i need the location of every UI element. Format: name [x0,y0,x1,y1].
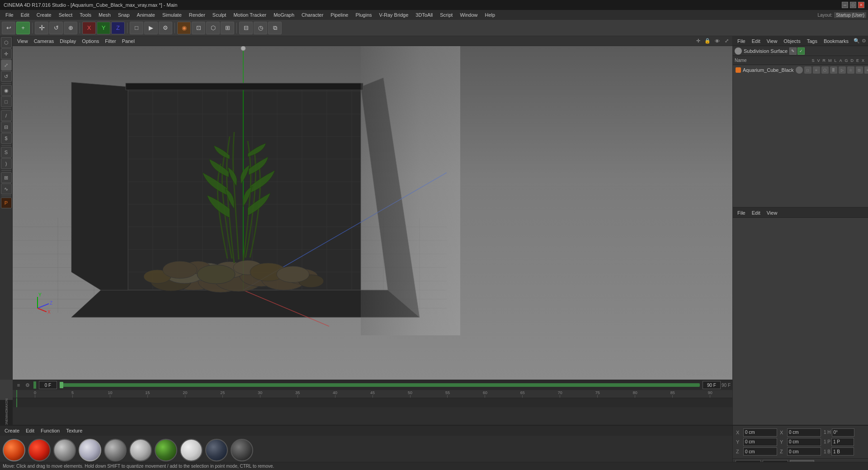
menu-mograph[interactable]: MoGraph [270,11,298,19]
menu-pipeline[interactable]: Pipeline [327,11,352,19]
material-sphere-4[interactable] [104,439,127,461]
menu-animate[interactable]: Animate [133,11,159,19]
material-sphere-6[interactable] [155,439,177,461]
material-sphere-5[interactable] [129,439,152,461]
menu-character[interactable]: Character [298,11,327,19]
object-mode[interactable]: ◉ [177,22,191,34]
end-frame-input[interactable] [703,381,721,389]
menu-sculpt[interactable]: Sculpt [209,11,230,19]
confirm-icon[interactable]: ✓ [797,47,805,55]
menu-motion-tracker[interactable]: Motion Tracker [230,11,270,19]
vp-menu-display[interactable]: Display [57,38,79,45]
menu-simulate[interactable]: Simulate [159,11,185,19]
om-menu-edit[interactable]: Edit [749,38,763,45]
material-sphere-8[interactable] [205,439,228,461]
close-button[interactable]: ✕ [858,2,864,8]
menu-create[interactable]: Create [33,11,55,19]
scale-tool[interactable]: ⊕ [64,22,77,34]
menu-tools[interactable]: Tools [76,11,95,19]
edit-icon[interactable]: ✎ [789,47,797,55]
vp-menu-panel[interactable]: Panel [119,38,137,45]
window-controls[interactable]: ─ □ ✕ [842,2,864,8]
mat-menu-edit[interactable]: Edit [23,427,37,434]
lt-sculpt[interactable]: ) [1,158,12,169]
menu-window[interactable]: Window [456,11,481,19]
obj-icon-2[interactable]: □ [804,66,811,74]
attr-menu-edit[interactable]: Edit [749,209,763,216]
menu-vray-bridge[interactable]: V-Ray Bridge [376,11,412,19]
b-input[interactable]: 1 B [831,447,854,456]
vp-menu-filter[interactable]: Filter [102,38,118,45]
z-pos-input[interactable]: 0 cm [743,447,777,456]
menu-mesh[interactable]: Mesh [95,11,114,19]
obj-icon-6[interactable]: ▷ [839,66,846,74]
y-axis[interactable]: Y [97,22,110,34]
menu-script[interactable]: Script [436,11,456,19]
om-menu-file[interactable]: File [735,38,748,45]
playhead[interactable] [16,390,17,398]
obj-icon-4[interactable]: ⬡ [821,66,829,74]
point-mode[interactable]: ⊡ [192,22,205,34]
texture-mode[interactable]: ⊟ [239,22,253,34]
lt-scale[interactable]: ⤢ [1,60,12,70]
mat-menu-create[interactable]: Create [2,427,22,434]
obj-icon-7[interactable]: ☆ [847,66,854,74]
add-button[interactable]: + [16,22,30,34]
lt-select[interactable]: ⬡ [1,37,12,48]
h-input[interactable]: 0° [832,428,854,437]
minimize-button[interactable]: ─ [842,2,848,8]
rotate-tool[interactable]: ↺ [49,22,63,34]
material-sphere-7[interactable] [180,439,203,461]
obj-icon-3[interactable]: ≡ [813,66,820,74]
om-menu-tags[interactable]: Tags [804,38,820,45]
snap-btn[interactable]: ⧉ [268,22,282,34]
menu-3dtoall[interactable]: 3DToAll [412,11,436,19]
y-rot-input[interactable]: 0 cm [787,438,821,446]
axis-mode[interactable]: ◷ [254,22,267,34]
lt-live-select[interactable]: ◉ [1,85,12,96]
vp-icon-lock[interactable]: 🔒 [703,37,712,45]
menu-render[interactable]: Render [185,11,209,19]
tl-icon-settings[interactable]: ⚙ [24,381,32,389]
frame-slider-thumb[interactable] [60,382,63,388]
menu-edit[interactable]: Edit [17,11,33,19]
undo-button[interactable]: ↩ [2,22,15,34]
material-sphere-1[interactable] [28,439,51,461]
viewport-scene[interactable]: Z Y X Grid Spacing : 10 cm [13,46,732,380]
lt-python[interactable]: P [1,197,12,208]
menu-help[interactable]: Help [481,11,499,19]
edge-mode[interactable]: ⬡ [206,22,220,34]
lt-paint[interactable]: S [1,147,12,158]
om-menu-bookmarks[interactable]: Bookmarks [821,38,851,45]
material-sphere-0[interactable] [3,439,25,461]
lt-grid[interactable]: ⊞ [1,172,12,183]
vp-menu-cameras[interactable]: Cameras [31,38,57,45]
move-tool[interactable]: ✛ [35,22,48,34]
mat-menu-texture[interactable]: Texture [63,427,85,434]
vp-menu-options[interactable]: Options [79,38,102,45]
x-axis[interactable]: X [82,22,96,34]
obj-icon-5[interactable]: ≣ [830,66,837,74]
vp-icon-crosshair[interactable]: ✛ [694,37,702,45]
lt-loop-cut[interactable]: ⊟ [1,122,12,132]
menu-file[interactable]: File [2,11,17,19]
timeline-ruler[interactable]: 0 5 10 15 20 25 30 35 40 [13,390,732,398]
lt-magnet[interactable]: $ [1,133,12,144]
tl-icon-menu[interactable]: ≡ [14,381,23,389]
om-menu-objects[interactable]: Objects [781,38,803,45]
z-rot-input[interactable]: 0 cm [787,447,821,456]
x-pos-input[interactable]: 0 cm [743,428,777,437]
material-sphere-2[interactable] [53,439,76,461]
vp-menu-view[interactable]: View [14,38,31,45]
settings-icon[interactable]: ⚙ [862,38,866,44]
mat-menu-function[interactable]: Function [38,427,62,434]
lt-spline[interactable]: ∿ [1,183,12,194]
obj-icon-9[interactable]: ≡ [864,66,868,74]
obj-icon-8[interactable]: ⊡ [856,66,863,74]
lt-knife[interactable]: / [1,110,12,121]
z-axis[interactable]: Z [111,22,125,34]
p-input[interactable]: 1 P [831,438,854,446]
table-row[interactable]: Aquarium_Cube_Black □ ≡ ⬡ ≣ ▷ ☆ ⊡ ≡ [733,65,868,75]
maximize-button[interactable]: □ [850,2,856,8]
render-view[interactable]: ▶ [144,22,158,34]
